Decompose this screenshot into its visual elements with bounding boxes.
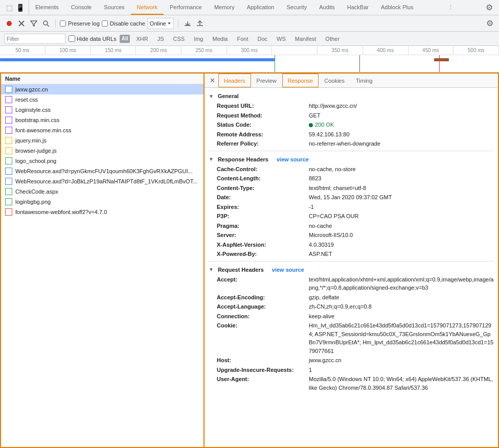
file-row[interactable]: Loginstyle.css <box>1 105 203 115</box>
other-filter-button[interactable]: Other <box>322 35 343 42</box>
prop-val: -1 <box>309 203 314 211</box>
request-headers-section-header[interactable]: ▼ Request Headers view source <box>209 264 494 275</box>
tab-console[interactable]: Console <box>65 0 98 15</box>
disable-cache-checkbox[interactable]: Disable cache <box>102 20 145 27</box>
ws-filter-button[interactable]: WS <box>274 35 289 42</box>
font-filter-button[interactable]: Font <box>234 35 251 42</box>
export-button[interactable] <box>195 18 205 29</box>
preserve-log-input[interactable] <box>60 20 66 27</box>
detail-content: ▼ General Request URL:http://jwxw.gzcc.c… <box>205 88 498 447</box>
hide-data-urls-input[interactable] <box>69 35 75 42</box>
tab-cookies[interactable]: Cookies <box>319 74 350 87</box>
xhr-filter-button[interactable]: XHR <box>133 35 151 42</box>
file-row[interactable]: font-awesome.min.css <box>1 125 203 135</box>
file-row[interactable]: bootstrap.min.css <box>1 115 203 125</box>
network-timeline[interactable]: 50 ms 100 ms 150 ms 200 ms 250 ms 300 ms… <box>0 46 499 73</box>
media-filter-button[interactable]: Media <box>209 35 231 42</box>
tick-100ms: 100 ms <box>46 46 91 55</box>
file-name: WebResource.axd?d=JoBkLzP19aRNaHTAIPTd8t… <box>15 178 197 184</box>
device-icon[interactable]: 📱 <box>16 4 25 12</box>
svg-line-4 <box>47 25 49 27</box>
file-name: loginbgbg.png <box>15 199 51 205</box>
file-row[interactable]: jwxw.gzcc.cn <box>1 84 203 95</box>
img-filter-button[interactable]: Img <box>191 35 206 42</box>
hide-data-urls-label: Hide data URLs <box>77 36 117 42</box>
timeline-bars <box>0 55 499 72</box>
prop-key: Referrer Policy: <box>217 139 309 148</box>
disable-cache-input[interactable] <box>102 20 108 27</box>
disable-cache-label: Disable cache <box>110 20 145 27</box>
tab-adblock[interactable]: Adblock Plus <box>375 0 420 15</box>
general-section-header[interactable]: ▼ General <box>209 90 494 101</box>
settings-button[interactable]: ⚙ <box>482 0 497 15</box>
prop-row: X-AspNet-Version:4.0.30319 <box>209 240 494 250</box>
general-props: Request URL:http://jwxw.gzcc.cn/Request … <box>209 101 494 149</box>
file-row[interactable]: fontawesome-webfont.woff2?v=4.7.0 <box>1 207 203 217</box>
manifest-filter-button[interactable]: Manifest <box>292 35 320 42</box>
tab-more-button[interactable]: ⋮ <box>444 0 458 15</box>
prop-val: text/html,application/xhtml+xml,applicat… <box>309 275 494 292</box>
response-headers-section-header[interactable]: ▼ Response Headers view source <box>209 153 494 164</box>
throttling-label: Online <box>150 20 166 27</box>
tab-hackbar[interactable]: HackBar <box>341 0 375 15</box>
tab-headers[interactable]: Headers <box>218 74 251 87</box>
file-row[interactable]: WebResource.axd?d=JoBkLzP19aRNaHTAIPTd8t… <box>1 176 203 186</box>
js-filter-button[interactable]: JS <box>154 35 167 42</box>
filter-input[interactable] <box>4 34 65 44</box>
tab-icons: ⬚ 📱 <box>2 0 29 15</box>
file-row[interactable]: logo_school.png <box>1 156 203 166</box>
file-row[interactable]: browser-judge.js <box>1 146 203 156</box>
prop-val: jwxw.gzcc.cn <box>309 356 342 365</box>
throttling-dropdown[interactable]: Online <box>147 18 174 29</box>
request-header-props: Accept:text/html,application/xhtml+xml,a… <box>209 275 494 393</box>
tab-security[interactable]: Security <box>280 0 313 15</box>
tab-elements[interactable]: Elements <box>29 0 65 15</box>
file-row[interactable]: CheckCode.aspx <box>1 186 203 197</box>
file-name: WebResource.axd?d=pynGkmcFUV1qoumh60K3Fg… <box>15 168 193 174</box>
clear-button[interactable] <box>16 18 27 29</box>
prop-row: Cookie:Hm_lvt_dd35ab6c21c661e43dd5f0a5d0… <box>209 321 494 356</box>
settings-gear-button[interactable]: ⚙ <box>485 18 495 29</box>
tab-response[interactable]: Response <box>282 74 319 87</box>
file-row[interactable]: jquery.min.js <box>1 135 203 146</box>
tick-empty <box>272 46 317 55</box>
prop-row: Upgrade-Insecure-Requests:1 <box>209 365 494 375</box>
timeline-bar-main <box>0 58 275 61</box>
prop-row: Connection:keep-alive <box>209 312 494 321</box>
tab-application[interactable]: Application <box>241 0 281 15</box>
prop-row: Request Method:GET <box>209 111 494 121</box>
prop-row: Request URL:http://jwxw.gzcc.cn/ <box>209 101 494 111</box>
hide-data-urls-checkbox[interactable]: Hide data URLs <box>69 35 117 42</box>
prop-key: Accept: <box>217 275 309 284</box>
doc-filter-button[interactable]: Doc <box>254 35 270 42</box>
response-headers-view-source[interactable]: view source <box>277 156 309 162</box>
preserve-log-checkbox[interactable]: Preserve log <box>60 20 100 27</box>
tab-memory[interactable]: Memory <box>208 0 241 15</box>
file-row[interactable]: loginbgbg.png <box>1 197 203 207</box>
prop-val: 1 <box>309 366 312 374</box>
detail-panel: ✕ Headers Preview Response Cookies Timin… <box>205 73 499 448</box>
file-row[interactable]: reset.css <box>1 95 203 105</box>
filter-button[interactable] <box>29 18 39 29</box>
prop-val: http://jwxw.gzcc.cn/ <box>309 102 357 110</box>
inspect-icon[interactable]: ⬚ <box>6 4 13 12</box>
tab-network[interactable]: Network <box>131 0 164 15</box>
all-filter-button[interactable]: All <box>120 35 130 43</box>
tab-audits[interactable]: Audits <box>313 0 341 15</box>
record-button[interactable] <box>4 18 14 29</box>
search-button[interactable] <box>41 18 51 29</box>
tab-preview[interactable]: Preview <box>251 74 282 87</box>
tab-performance[interactable]: Performance <box>164 0 208 15</box>
file-row[interactable]: WebResource.axd?d=pynGkmcFUV1qoumh60K3Fg… <box>1 166 203 176</box>
tab-timing[interactable]: Timing <box>350 74 378 87</box>
prop-val: Mozilla/5.0 (Windows NT 10.0; Win64; x64… <box>309 375 494 392</box>
import-button[interactable] <box>183 18 193 29</box>
file-name: jwxw.gzcc.cn <box>15 86 48 92</box>
file-icon <box>5 96 12 103</box>
prop-key: P3P: <box>217 212 309 221</box>
request-headers-view-source[interactable]: view source <box>272 267 304 273</box>
close-detail-button[interactable]: ✕ <box>207 74 218 87</box>
tab-sources[interactable]: Sources <box>98 0 130 15</box>
css-filter-button[interactable]: CSS <box>170 35 188 42</box>
file-name: Loginstyle.css <box>15 107 51 113</box>
